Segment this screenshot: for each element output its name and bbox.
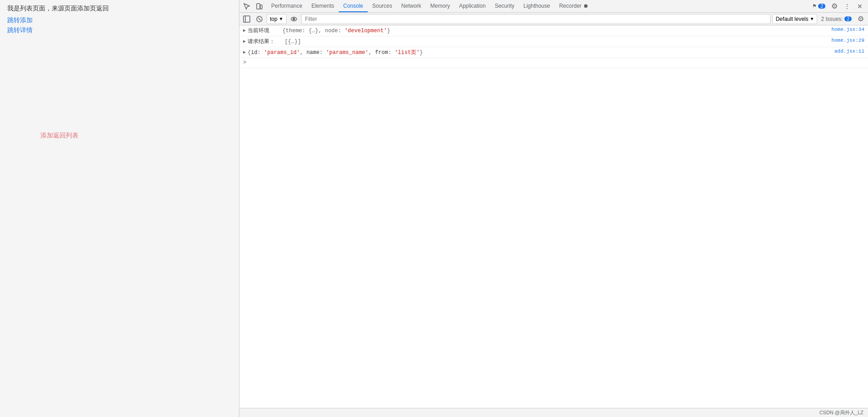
- svg-point-7: [293, 18, 295, 20]
- tab-console[interactable]: Console: [339, 0, 368, 12]
- source-1[interactable]: home.jsx:34: [831, 27, 864, 32]
- devtools-panel: Performance Elements Console Sources Net…: [239, 0, 868, 417]
- console-content: ▶ 当前环境 {theme: {…}, node: 'development'}…: [239, 25, 868, 408]
- console-row-prompt: >: [239, 58, 868, 68]
- issues-label: 2 Issues:: [821, 16, 843, 22]
- label-request: 请求结果：: [248, 39, 275, 45]
- context-label: top: [270, 16, 278, 22]
- levels-chevron: ▼: [810, 16, 814, 21]
- svg-line-5: [258, 18, 261, 20]
- default-levels-button[interactable]: Default levels ▼: [772, 14, 817, 24]
- sidebar-toggle-icon[interactable]: [241, 14, 252, 25]
- svg-rect-1: [260, 5, 262, 9]
- tab-application[interactable]: Application: [454, 0, 490, 12]
- default-levels-label: Default levels: [775, 16, 808, 22]
- context-selector[interactable]: top ▼: [267, 14, 287, 24]
- tab-memory[interactable]: Memory: [426, 0, 454, 12]
- console-settings-icon[interactable]: ⚙: [855, 14, 866, 25]
- footer-text: CSDN @局外人_LZ: [819, 409, 863, 416]
- link-detail[interactable]: 跳转详情: [7, 26, 232, 34]
- devtools-right-icons: ⚑ 2 ⚙ ⋮ ✕: [808, 1, 868, 12]
- app-area: 我是列表页面，来源页面添加页返回 跳转添加 跳转详情 添加返回列表: [0, 0, 239, 417]
- console-text-2: 请求结果： [{…}]: [248, 38, 831, 45]
- expand-icon-3[interactable]: ▶: [243, 49, 246, 55]
- issues-badge: 2 Issues: 2: [819, 16, 853, 22]
- tab-performance[interactable]: Performance: [267, 0, 307, 12]
- tab-lighthouse[interactable]: Lighthouse: [519, 0, 555, 12]
- console-row-1: ▶ 当前环境 {theme: {…}, node: 'development'}…: [239, 25, 868, 36]
- page-title: 我是列表页面，来源页面添加页返回: [7, 5, 232, 13]
- tab-network[interactable]: Network: [397, 0, 426, 12]
- more-options-icon[interactable]: ⋮: [842, 1, 853, 12]
- eye-icon[interactable]: [288, 14, 299, 25]
- tab-sources[interactable]: Sources: [368, 0, 397, 12]
- link-back[interactable]: 添加返回列表: [40, 132, 78, 140]
- console-row-3: ▶ {id: 'params_id', name: 'params_name',…: [239, 47, 868, 58]
- source-2[interactable]: home.jsx:29: [831, 38, 864, 43]
- context-chevron: ▼: [279, 16, 283, 21]
- devtools-left-icons: [239, 1, 267, 12]
- devtools-footer: CSDN @局外人_LZ: [239, 408, 868, 417]
- obj-request: [{…}]: [285, 39, 301, 45]
- inspect-element-icon[interactable]: [241, 1, 252, 12]
- badge-icon: ⚑: [812, 3, 817, 9]
- console-text-3: {id: 'params_id', name: 'params_name', f…: [248, 49, 834, 56]
- console-prompt[interactable]: >: [243, 59, 864, 66]
- console-toolbar: top ▼ Default levels ▼ 2 Issues: 2 ⚙: [239, 13, 868, 25]
- console-text-1: 当前环境 {theme: {…}, node: 'development'}: [248, 27, 831, 34]
- tab-elements[interactable]: Elements: [307, 0, 339, 12]
- console-row-2: ▶ 请求结果： [{…}] home.jsx:29: [239, 36, 868, 47]
- filter-input[interactable]: [301, 14, 771, 24]
- obj-params: {id: 'params_id', name: 'params_name', f…: [248, 49, 423, 56]
- expand-icon-1[interactable]: ▶: [243, 28, 246, 33]
- settings-icon[interactable]: ⚙: [829, 1, 840, 12]
- label-env: 当前环境: [248, 28, 269, 34]
- tab-recorder[interactable]: Recorder ⏺: [555, 0, 593, 12]
- badge-count: 2: [818, 4, 825, 9]
- source-3[interactable]: add.jsx:11: [834, 49, 864, 54]
- clear-console-icon[interactable]: [254, 14, 265, 25]
- close-devtools-icon[interactable]: ✕: [854, 1, 865, 12]
- expand-icon-2[interactable]: ▶: [243, 39, 246, 44]
- badge-issues: ⚑ 2: [810, 2, 827, 10]
- issues-count: 2: [844, 16, 852, 21]
- svg-rect-0: [257, 4, 260, 9]
- device-toolbar-icon[interactable]: [254, 1, 265, 12]
- link-add[interactable]: 跳转添加: [7, 16, 232, 25]
- svg-rect-2: [244, 16, 250, 22]
- devtools-top-toolbar: Performance Elements Console Sources Net…: [239, 0, 868, 13]
- obj-env: {theme: {…}, node: 'development'}: [283, 28, 390, 34]
- tab-security[interactable]: Security: [490, 0, 519, 12]
- devtools-tabs: Performance Elements Console Sources Net…: [267, 0, 808, 12]
